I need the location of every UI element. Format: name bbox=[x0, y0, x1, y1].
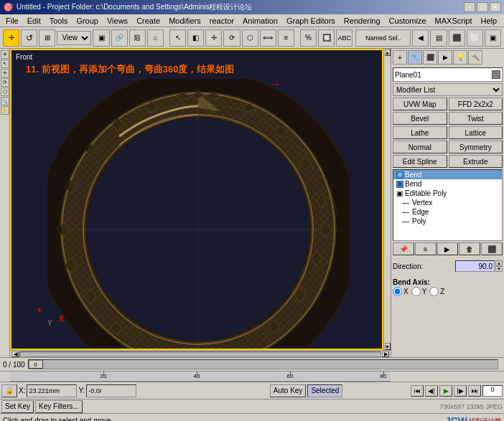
mod-btn-ffd[interactable]: FFD 2x2x2 bbox=[449, 98, 503, 110]
viewport-scrollbar[interactable]: ▲ ▼ bbox=[383, 49, 391, 350]
view-dropdown[interactable]: View bbox=[57, 31, 91, 45]
menu-maxscript[interactable]: MAXScript bbox=[431, 16, 477, 26]
mod-btn-extrude[interactable]: Extrude bbox=[449, 155, 503, 168]
lt-zoom[interactable]: 🔍 bbox=[1, 97, 9, 105]
mod-btn-symmetry[interactable]: Symmetry bbox=[449, 141, 503, 153]
menu-rendering[interactable]: Rendering bbox=[340, 16, 385, 26]
menu-animation[interactable]: Animation bbox=[238, 16, 282, 26]
menu-edit[interactable]: Edit bbox=[23, 16, 45, 26]
menu-customize[interactable]: Customize bbox=[385, 16, 431, 26]
modifier-list-dropdown[interactable]: Modifier List bbox=[393, 83, 503, 96]
mod-btn-lathe[interactable]: Lathe bbox=[393, 126, 447, 139]
direction-spin-up[interactable]: ▲ bbox=[495, 260, 503, 266]
toolbar-named-sel[interactable]: Named Sel.. bbox=[355, 29, 411, 47]
viewport[interactable]: Front 11. 前视图，再添加个弯曲，弯曲360度，结果如图 → bbox=[10, 49, 383, 350]
toolbar-render2[interactable]: 🔲 bbox=[318, 29, 335, 47]
scroll-down[interactable]: ▼ bbox=[385, 343, 391, 350]
mod-btn-editspline[interactable]: Edit Spline bbox=[393, 155, 447, 168]
toolbar-misc2[interactable]: ⬜ bbox=[467, 29, 483, 47]
toolbar-abc[interactable]: ABC bbox=[336, 29, 353, 47]
menu-graph-editors[interactable]: Graph Editors bbox=[282, 16, 340, 26]
toolbar-unlink[interactable]: ⛓ bbox=[129, 29, 146, 47]
toolbar-rotate-view[interactable]: ↺ bbox=[21, 29, 37, 47]
create-tab[interactable]: + bbox=[393, 50, 407, 65]
toolbar-mirror[interactable]: ⟺ bbox=[260, 29, 276, 47]
lt-rotate[interactable]: ⟳ bbox=[1, 78, 9, 87]
anim-frame-field[interactable]: 0 bbox=[482, 385, 503, 397]
lock-button[interactable]: 🔒 bbox=[1, 384, 17, 397]
menu-group[interactable]: Group bbox=[72, 16, 103, 26]
close-button[interactable]: ✕ bbox=[490, 2, 501, 12]
hierarchy-tab[interactable]: ⬛ bbox=[423, 50, 437, 65]
toolbar-keyframe[interactable]: ◀ bbox=[412, 29, 429, 47]
anim-next-frame[interactable]: ⏭ bbox=[468, 385, 481, 397]
toolbar-move[interactable]: ✛ bbox=[205, 29, 222, 47]
stack-pin[interactable]: 📌 bbox=[393, 242, 414, 255]
modifier-stack[interactable]: B Bend B Bend ▣ Editable Poly — Vertex —… bbox=[393, 169, 503, 241]
toolbar-wire[interactable]: ▤ bbox=[430, 29, 447, 47]
menu-create[interactable]: Create bbox=[132, 16, 164, 26]
toolbar-misc1[interactable]: ⬛ bbox=[449, 29, 465, 47]
lt-select[interactable]: ↖ bbox=[1, 60, 9, 68]
y-coord-field[interactable]: -0.0r bbox=[86, 384, 136, 397]
stack-poly-sub[interactable]: — Poly bbox=[393, 217, 502, 226]
direction-input[interactable] bbox=[455, 260, 495, 272]
axis-x-radio[interactable] bbox=[393, 287, 402, 296]
time-track[interactable]: 0 bbox=[28, 359, 498, 369]
menu-file[interactable]: File bbox=[1, 16, 23, 26]
time-thumb[interactable]: 0 bbox=[29, 360, 43, 369]
time-slider[interactable]: 0 / 100 0 bbox=[0, 357, 504, 372]
stack-editable-poly[interactable]: ▣ Editable Poly bbox=[393, 189, 502, 198]
toolbar-bind[interactable]: ⌂ bbox=[147, 29, 164, 47]
object-name-input[interactable] bbox=[395, 71, 485, 79]
menu-reactor[interactable]: reactor bbox=[205, 16, 238, 26]
axis-z-option[interactable]: Z bbox=[429, 287, 444, 296]
toolbar-zoom-region[interactable]: ⊞ bbox=[39, 29, 55, 47]
viewport-hscroll[interactable]: ◀ ▶ bbox=[10, 350, 391, 357]
motion-tab[interactable]: ▶ bbox=[438, 50, 452, 65]
anim-prev-frame[interactable]: ⏮ bbox=[411, 385, 424, 397]
axis-y-radio[interactable] bbox=[411, 287, 421, 296]
axis-x-option[interactable]: X bbox=[393, 287, 409, 296]
stack-active[interactable]: ▶ bbox=[437, 242, 459, 255]
menu-modifiers[interactable]: Modifiers bbox=[164, 16, 205, 26]
menu-views[interactable]: Views bbox=[103, 16, 132, 26]
mod-btn-normal[interactable]: Normal bbox=[393, 141, 447, 153]
mod-btn-bevel[interactable]: Bevel bbox=[393, 112, 447, 125]
toolbar-render[interactable]: % bbox=[300, 29, 317, 47]
lt-pan[interactable]: ✋ bbox=[1, 106, 9, 115]
lt-create[interactable]: ✛ bbox=[1, 50, 9, 59]
hscroll-left[interactable]: ◀ bbox=[11, 351, 19, 357]
x-coord-field[interactable]: 23.221mm bbox=[27, 384, 77, 397]
menu-help[interactable]: Help bbox=[477, 16, 502, 26]
stack-bend-1[interactable]: B Bend bbox=[393, 170, 502, 179]
direction-spin-down[interactable]: ▼ bbox=[495, 266, 503, 272]
auto-key-button[interactable]: Auto Key bbox=[270, 384, 307, 397]
anim-play[interactable]: ▶ bbox=[439, 385, 452, 397]
stack-remove[interactable]: 🗑 bbox=[459, 242, 480, 255]
hscroll-track[interactable] bbox=[19, 351, 381, 357]
toolbar-select-obj[interactable]: ↖ bbox=[169, 29, 186, 47]
maximize-button[interactable]: □ bbox=[477, 2, 488, 12]
stack-edge[interactable]: — Edge bbox=[393, 207, 502, 217]
axis-z-radio[interactable] bbox=[429, 287, 439, 296]
toolbar-select[interactable]: ✛ bbox=[3, 29, 19, 47]
toolbar-link[interactable]: 🔗 bbox=[111, 29, 128, 47]
lt-move[interactable]: ✛ bbox=[1, 69, 9, 77]
mod-btn-twist[interactable]: Twist bbox=[449, 112, 503, 125]
menu-tools[interactable]: Tools bbox=[45, 16, 73, 26]
setkey-button[interactable]: Set Key bbox=[1, 400, 34, 413]
toolbar-scale[interactable]: ⬡ bbox=[242, 29, 258, 47]
stack-collapse[interactable]: ⬛ bbox=[481, 242, 503, 255]
toolbar-btn2[interactable]: ▣ bbox=[93, 29, 109, 47]
toolbar-select-region[interactable]: ◧ bbox=[187, 29, 204, 47]
display-tab[interactable]: 💡 bbox=[453, 50, 467, 65]
utilities-tab[interactable]: 🔨 bbox=[468, 50, 482, 65]
stack-vertex[interactable]: — Vertex bbox=[393, 198, 502, 207]
toolbar-misc3[interactable]: ▣ bbox=[485, 29, 501, 47]
toolbar-rotate[interactable]: ⟳ bbox=[223, 29, 240, 47]
keyfilters-button[interactable]: Key Filters... bbox=[35, 400, 83, 413]
stack-configure[interactable]: ≡ bbox=[415, 242, 437, 255]
minimize-button[interactable]: − bbox=[464, 2, 475, 12]
axis-y-option[interactable]: Y bbox=[411, 287, 427, 296]
